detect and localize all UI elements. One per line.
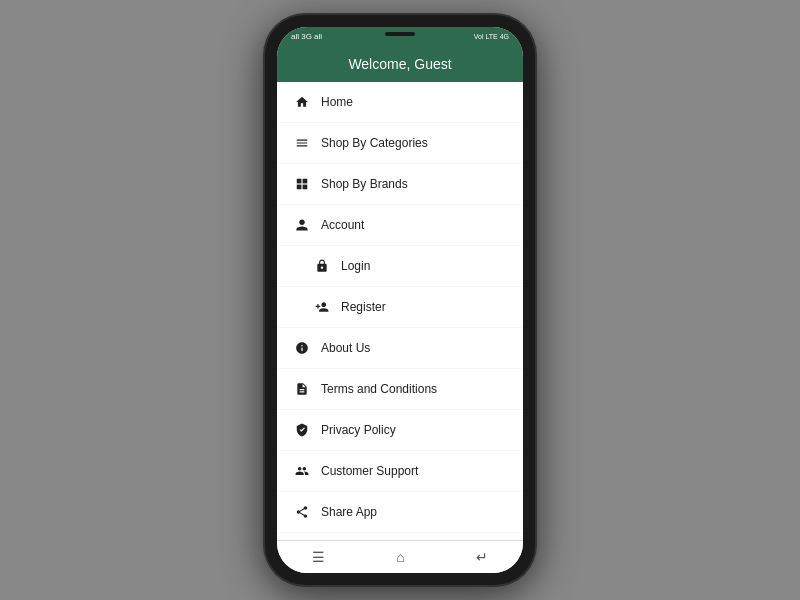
welcome-text: Welcome, Guest [348,56,451,72]
menu-item-login[interactable]: Login [277,246,523,287]
menu-label-register: Register [341,300,386,314]
notch [385,32,415,36]
menu-item-terms[interactable]: Terms and Conditions [277,369,523,410]
menu-item-whatsapp[interactable]: Whatsapp Support [277,533,523,540]
bottom-nav: ☰ ⌂ ↵ [277,540,523,573]
menu-label-login: Login [341,259,370,273]
menu-label-categories: Shop By Categories [321,136,428,150]
menu-item-categories[interactable]: Shop By Categories [277,123,523,164]
menu-item-register[interactable]: Register [277,287,523,328]
menu-item-brands[interactable]: Shop By Brands [277,164,523,205]
menu-label-brands: Shop By Brands [321,177,408,191]
svg-rect-2 [297,185,302,190]
menu-label-home: Home [321,95,353,109]
lock-icon [313,257,331,275]
person-icon [293,216,311,234]
bottom-home-icon[interactable]: ⌂ [396,549,404,565]
home-icon [293,93,311,111]
menu-container: Home Shop By Categories Shop By Brands [277,82,523,540]
menu-label-terms: Terms and Conditions [321,382,437,396]
svg-rect-3 [303,185,308,190]
status-icons: Vol LTE 4G [474,33,509,40]
menu-item-support[interactable]: Customer Support [277,451,523,492]
phone-frame: all 3G all Vol LTE 4G Welcome, Guest Hom… [265,15,535,585]
phone-screen: all 3G all Vol LTE 4G Welcome, Guest Hom… [277,27,523,573]
menu-item-about[interactable]: About Us [277,328,523,369]
grid-icon [293,175,311,193]
drawer-header: Welcome, Guest [277,46,523,82]
status-bar: all 3G all Vol LTE 4G [277,27,523,46]
menu-label-privacy: Privacy Policy [321,423,396,437]
menu-item-privacy[interactable]: Privacy Policy [277,410,523,451]
document-icon [293,380,311,398]
svg-rect-0 [297,179,302,184]
bottom-menu-icon[interactable]: ☰ [312,549,325,565]
shield-icon [293,421,311,439]
menu-item-home[interactable]: Home [277,82,523,123]
status-signal: all 3G all [291,32,322,41]
share-icon [293,503,311,521]
menu-label-account: Account [321,218,364,232]
list-icon [293,134,311,152]
menu-item-account[interactable]: Account [277,205,523,246]
menu-item-share[interactable]: Share App [277,492,523,533]
people-icon [293,462,311,480]
menu-label-share: Share App [321,505,377,519]
menu-label-about: About Us [321,341,370,355]
info-icon [293,339,311,357]
svg-rect-1 [303,179,308,184]
bottom-back-icon[interactable]: ↵ [476,549,488,565]
menu-label-support: Customer Support [321,464,418,478]
person-add-icon [313,298,331,316]
